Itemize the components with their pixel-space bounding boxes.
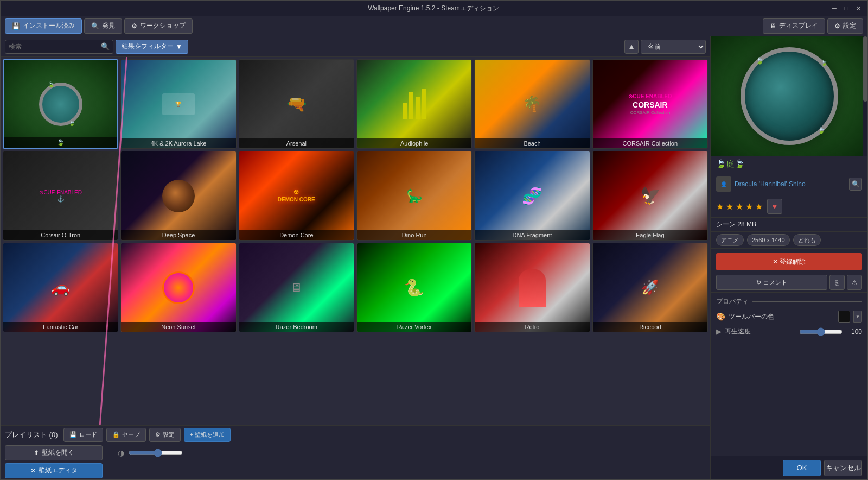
refresh-icon: ↻ bbox=[756, 279, 761, 286]
right-panel: 🍃 🍃 🍃 🍃庭🍃 👤 Dracula 'Hannibal' Shino 🔍 bbox=[710, 36, 867, 479]
editor-label: 壁紙エディタ bbox=[39, 466, 78, 475]
workshop-tab[interactable]: ⚙ ワークショップ bbox=[124, 18, 193, 34]
wallpaper-item-corsair-collection[interactable]: ⊙CUE ENABLED CORSAIR CORSAIR Collection … bbox=[592, 59, 708, 149]
save-button[interactable]: 🔒 セーブ bbox=[106, 428, 146, 442]
playlist-label: プレイリスト (0) bbox=[5, 430, 58, 440]
search-bar: 🔍 結果をフィルター ▼ ▲ 名前 bbox=[1, 36, 710, 57]
installed-tab[interactable]: 💾 インストール済み bbox=[5, 18, 82, 34]
tag-anime[interactable]: アニメ bbox=[716, 234, 744, 246]
discover-label: 発見 bbox=[102, 21, 115, 30]
speed-slider[interactable] bbox=[799, 327, 843, 336]
wallpaper-item-retro[interactable]: Retro bbox=[474, 243, 590, 332]
open-wallpaper-button[interactable]: ⬆ 壁紙を開く bbox=[5, 445, 103, 460]
minimize-button[interactable]: ─ bbox=[829, 3, 839, 13]
playlist-settings-label: 設定 bbox=[163, 431, 175, 439]
color-swatch[interactable] bbox=[838, 311, 850, 323]
wallpaper-label-razer-bedroom: Razer Bedroom bbox=[239, 322, 354, 332]
wallpaper-item-corsair2[interactable]: ⊙CUE ENABLED ⚓ Corsair O-Tron bbox=[3, 151, 118, 241]
wallpaper-thumb-aurora: 🏆 bbox=[121, 60, 235, 148]
wallpaper-item-deepspace[interactable]: Deep Space bbox=[120, 151, 236, 241]
sort-wrapper: ▲ 名前 bbox=[624, 40, 706, 54]
playlist-row: プレイリスト (0) 💾 ロード 🔒 セーブ ⚙ 設定 + 壁紙を追加 bbox=[5, 426, 706, 444]
wallpaper-item-aurora[interactable]: 🏆 4K & 2K Aurora Lake bbox=[120, 59, 236, 149]
star-2: ★ bbox=[726, 201, 733, 212]
main-window: Wallpaper Engine 1.5.2 - Steamエディション ─ □… bbox=[0, 0, 868, 480]
title-bar: Wallpaper Engine 1.5.2 - Steamエディション ─ □… bbox=[1, 1, 867, 16]
settings-icon: ⚙ bbox=[834, 22, 840, 30]
save-icon: 🔒 bbox=[112, 431, 120, 438]
wallpaper-item-neon[interactable]: Neon Sunset bbox=[120, 243, 236, 332]
wallpaper-item-demoncore[interactable]: ☢DEMON CORE Demon Core bbox=[239, 151, 354, 241]
wallpaper-item-beach[interactable]: 🌴 Beach bbox=[474, 59, 590, 149]
preview-title-row: 🍃庭🍃 bbox=[711, 156, 867, 173]
window-controls: ─ □ ✕ bbox=[829, 3, 863, 13]
wallpaper-label-dinorun: Dino Run bbox=[357, 230, 471, 240]
wallpaper-item-audiophile[interactable]: Audiophile bbox=[356, 59, 472, 149]
copy-button[interactable]: ⎘ bbox=[829, 275, 845, 290]
color-dropdown[interactable]: ▼ bbox=[853, 311, 862, 323]
preview-wallpaper: 🍃 🍃 🍃 bbox=[711, 36, 867, 156]
wallpaper-label-demoncore: Demon Core bbox=[239, 230, 354, 240]
wallpaper-item-razer-bedroom[interactable]: 🖥 Razer Bedroom bbox=[239, 243, 354, 332]
sort-select[interactable]: 名前 bbox=[641, 40, 706, 54]
wallpaper-thumb-ricepod: 🚀 bbox=[593, 243, 707, 332]
load-button[interactable]: 💾 ロード bbox=[63, 428, 103, 442]
wallpaper-item-niwawa[interactable]: 🍃 🍃 🍃 bbox=[3, 59, 118, 149]
author-name: Dracula 'Hannibal' Shino bbox=[735, 180, 846, 188]
playlist-settings-icon: ⚙ bbox=[155, 431, 161, 438]
alert-button[interactable]: ⚠ bbox=[847, 275, 862, 290]
unsubscribe-button[interactable]: ✕ 登録解除 bbox=[716, 253, 862, 270]
wallpaper-label-neon: Neon Sunset bbox=[121, 322, 235, 332]
filter-button[interactable]: 結果をフィルター ▼ bbox=[116, 40, 188, 54]
wallpaper-editor-button[interactable]: ✕ 壁紙エディタ bbox=[5, 463, 103, 478]
add-wallpaper-button[interactable]: + 壁紙を追加 bbox=[184, 428, 231, 442]
close-button[interactable]: ✕ bbox=[853, 3, 863, 13]
discover-tab[interactable]: 🔍 発見 bbox=[84, 18, 122, 34]
wallpaper-grid: 🍃 🍃 🍃 🏆 4K & 2K Aurora Lake bbox=[1, 57, 710, 334]
wallpaper-label-eagle: Eagle Flag bbox=[593, 230, 707, 240]
toolbar-color-row: 🎨 ツールバーの色 ▼ bbox=[716, 311, 862, 323]
settings-button[interactable]: ⚙ 設定 bbox=[827, 18, 863, 34]
star-5: ★ bbox=[755, 201, 763, 212]
ok-cancel-bar: OK キャンセル bbox=[711, 456, 867, 479]
favorite-button[interactable]: ♥ bbox=[767, 199, 782, 214]
display-icon: 🖥 bbox=[770, 22, 776, 30]
search-input[interactable] bbox=[9, 43, 101, 50]
collapse-button[interactable]: ▲ bbox=[624, 40, 639, 54]
wallpaper-item-fantasticcar[interactable]: 🚗 Fantastic Car bbox=[3, 243, 118, 332]
display-button[interactable]: 🖥 ディスプレイ bbox=[763, 18, 825, 34]
ok-button[interactable]: OK bbox=[783, 460, 821, 476]
wallpaper-item-razer-vortex[interactable]: 🐍 Razer Vortex bbox=[356, 243, 472, 332]
tag-all[interactable]: どれも bbox=[793, 234, 821, 246]
wallpaper-thumb-dna: 🧬 bbox=[475, 151, 589, 240]
wallpaper-label-aurora: 4K & 2K Aurora Lake bbox=[121, 138, 235, 148]
wallpaper-item-arsenal[interactable]: 🔫 Arsenal bbox=[239, 59, 354, 149]
wallpaper-thumb-razer-bedroom: 🖥 bbox=[239, 243, 354, 332]
author-search-button[interactable]: 🔍 bbox=[849, 178, 862, 191]
search-icon[interactable]: 🔍 bbox=[101, 42, 110, 50]
wallpaper-thumb-eagle: 🦅 bbox=[593, 151, 707, 240]
wallpaper-item-ricepod[interactable]: 🚀 Ricepod bbox=[592, 243, 708, 332]
playlist-settings-button[interactable]: ⚙ 設定 bbox=[149, 428, 181, 442]
filter-label: 結果をフィルター bbox=[122, 42, 174, 51]
workshop-label: ワークショップ bbox=[140, 21, 186, 30]
wallpaper-item-dna[interactable]: 🧬 DNA Fragment bbox=[474, 151, 590, 241]
load-label: ロード bbox=[79, 431, 97, 439]
brightness-row: ◑ bbox=[118, 449, 183, 457]
display-label: ディスプレイ bbox=[779, 21, 818, 30]
wallpaper-label-razer-vortex: Razer Vortex bbox=[357, 322, 471, 332]
wallpaper-label-deepspace: Deep Space bbox=[121, 230, 235, 240]
wallpaper-item-eagle[interactable]: 🦅 Eagle Flag bbox=[592, 151, 708, 241]
wallpaper-item-dinorun[interactable]: 🦕 Dino Run bbox=[356, 151, 472, 241]
brightness-slider[interactable] bbox=[129, 449, 183, 457]
tag-resolution[interactable]: 2560 x 1440 bbox=[747, 234, 790, 246]
maximize-button[interactable]: □ bbox=[841, 3, 851, 13]
comment-button[interactable]: ↻ コメント bbox=[716, 275, 827, 290]
wallpaper-thumb-corsair2: ⊙CUE ENABLED ⚓ bbox=[3, 151, 118, 240]
scroll-indicator bbox=[863, 36, 867, 156]
scroll-thumb bbox=[863, 36, 867, 102]
wallpaper-label-corsair2: Corsair O-Tron bbox=[3, 230, 118, 240]
cancel-button[interactable]: キャンセル bbox=[824, 460, 862, 476]
comment-label: コメント bbox=[763, 279, 787, 287]
file-size-row: シーン 28 MB bbox=[711, 218, 867, 232]
